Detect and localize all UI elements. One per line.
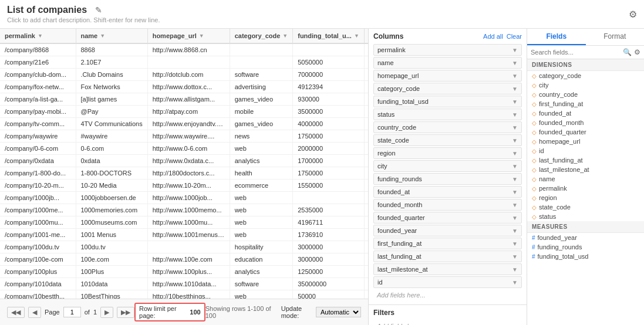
prev-page-button[interactable]: ◀: [28, 307, 41, 318]
last-page-button[interactable]: ▶▶: [117, 307, 134, 318]
page-input[interactable]: [63, 307, 81, 317]
column-item[interactable]: id▼: [373, 276, 522, 288]
column-item[interactable]: funding_rounds▼: [373, 173, 522, 185]
edit-icon[interactable]: ✎: [95, 5, 102, 15]
column-item[interactable]: founded_year▼: [373, 225, 522, 236]
dimension-item[interactable]: ◇founded_at: [527, 109, 644, 118]
next-page-button[interactable]: ▶: [100, 307, 113, 318]
table-cell: 1001 Menus: [76, 229, 147, 241]
table-cell: 8868: [76, 43, 147, 56]
table-header-row: permalink ▼ name ▼: [0, 29, 368, 43]
table-row: /company/100plus100Plushttp://www.100plu…: [0, 266, 368, 278]
dimension-item[interactable]: ◇homepage_url: [527, 137, 644, 146]
column-item[interactable]: country_code▼: [373, 121, 522, 133]
column-item[interactable]: founded_month▼: [373, 199, 522, 211]
col-homepage-url[interactable]: homepage_url ▼: [147, 29, 230, 43]
dimension-item[interactable]: ◇last_funding_at: [527, 155, 644, 165]
column-item[interactable]: last_milestone_at▼: [373, 263, 522, 275]
table-wrapper[interactable]: permalink ▼ name ▼: [0, 29, 368, 299]
column-item[interactable]: name▼: [373, 57, 522, 69]
dimension-icon: ◇: [532, 176, 537, 182]
dimension-item[interactable]: ◇region: [527, 193, 644, 202]
clear-link[interactable]: Clear: [507, 33, 522, 40]
col-status[interactable]: status ▼: [364, 29, 368, 43]
measure-label: funding_total_usd: [538, 253, 589, 260]
search-input[interactable]: [531, 49, 621, 56]
column-item[interactable]: first_funding_at▼: [373, 238, 522, 249]
dimension-item[interactable]: ◇name: [527, 174, 644, 184]
first-page-button[interactable]: ◀◀: [7, 307, 25, 318]
table-cell: http://www.10-20m...: [147, 180, 230, 192]
update-mode-select[interactable]: Automatic Manual: [316, 307, 361, 317]
column-item[interactable]: last_funding_at▼: [373, 250, 522, 262]
column-item[interactable]: funding_total_usd▼: [373, 96, 522, 107]
dimension-item[interactable]: ◇first_funding_at: [527, 99, 644, 109]
table-cell: http://www.dottox.c...: [147, 81, 230, 93]
table-cell: /company/0xdata: [0, 155, 76, 167]
tab-fields[interactable]: Fields: [527, 29, 586, 45]
column-items-container: permalink▼name▼homepage_url▼category_cod…: [373, 44, 522, 288]
fields-panel: Fields Format 🔍 ⚙ Dimensions ◇category_c…: [527, 29, 644, 325]
dimension-item[interactable]: ◇founded_quarter: [527, 127, 644, 137]
dimension-item[interactable]: ◇last_milestone_at: [527, 165, 644, 174]
column-item[interactable]: city▼: [373, 160, 522, 172]
dimension-item[interactable]: ◇city: [527, 80, 644, 90]
column-item[interactable]: region▼: [373, 147, 522, 159]
table-cell: /company/1010data: [0, 278, 76, 290]
table-cell: 2535000: [293, 204, 365, 216]
table-cell: 1010data: [76, 278, 147, 290]
table-cell: web: [230, 290, 293, 299]
dimension-label: id: [539, 147, 544, 154]
table-row: /company/100du.tv100du.tvhospitality3000…: [0, 241, 368, 253]
col-category-code[interactable]: category_code ▼: [230, 29, 293, 43]
dimension-label: category_code: [539, 72, 581, 79]
gear-icon[interactable]: ⚙: [629, 9, 637, 20]
table-cell: 4000000: [293, 118, 365, 130]
table-row: /company/10-20-m...10-20 Mediahttp://www…: [0, 180, 368, 192]
column-item[interactable]: status▼: [373, 109, 522, 120]
column-item[interactable]: homepage_url▼: [373, 70, 522, 82]
measure-item[interactable]: #founded_year: [527, 233, 644, 242]
column-item[interactable]: founded_at▼: [373, 186, 522, 198]
data-table: permalink ▼ name ▼: [0, 29, 368, 299]
table-cell: 1750000: [293, 130, 365, 143]
sort-icon-category: ▼: [282, 33, 288, 39]
column-arrow-icon: ▼: [512, 202, 518, 208]
col-name[interactable]: name ▼: [76, 29, 147, 43]
dimension-item[interactable]: ◇id: [527, 146, 644, 155]
dimension-icon: ◇: [532, 185, 537, 192]
table-cell: analytics: [230, 155, 293, 167]
dimension-item[interactable]: ◇permalink: [527, 184, 644, 193]
table-cell: http://www.8868.cn: [147, 43, 230, 56]
column-item[interactable]: category_code▼: [373, 83, 522, 94]
fields-options-icon[interactable]: ⚙: [634, 48, 640, 56]
col-permalink[interactable]: permalink ▼: [0, 29, 76, 43]
col-funding-total[interactable]: funding_total_u... ▼: [293, 29, 365, 43]
columns-header: Columns Add all Clear: [373, 32, 522, 40]
table-cell: operating: [364, 43, 368, 56]
tab-format[interactable]: Format: [586, 29, 645, 45]
dimension-item[interactable]: ◇status: [527, 212, 644, 221]
table-cell: /company/waywire: [0, 130, 76, 143]
dimension-item[interactable]: ◇country_code: [527, 90, 644, 99]
footer: ◀◀ ◀ Page of 1 ▶ ▶▶ Row limit per page: …: [0, 299, 368, 325]
main-content: permalink ▼ name ▼: [0, 29, 644, 325]
column-item-name: founded_quarter: [377, 214, 512, 221]
table-cell: closed: [364, 81, 368, 93]
table-cell: http://www.1010data...: [147, 278, 230, 290]
add-all-link[interactable]: Add all: [483, 33, 503, 40]
table-cell: operating: [364, 143, 368, 155]
footer-right: Showing rows 1-100 of 100 Update mode: A…: [205, 305, 361, 319]
dimension-item[interactable]: ◇state_code: [527, 202, 644, 212]
column-item[interactable]: permalink▼: [373, 44, 522, 56]
column-item-name: founded_year: [377, 227, 512, 234]
dimension-item[interactable]: ◇category_code: [527, 71, 644, 80]
table-cell: web: [230, 143, 293, 155]
measure-item[interactable]: #funding_total_usd: [527, 252, 644, 261]
column-item[interactable]: state_code▼: [373, 134, 522, 146]
table-cell: http://www.enjoyandtv.com: [147, 118, 230, 130]
column-item[interactable]: founded_quarter▼: [373, 212, 522, 224]
dimension-icon: ◇: [532, 195, 537, 201]
measure-item[interactable]: #funding_rounds: [527, 242, 644, 252]
dimension-item[interactable]: ◇founded_month: [527, 118, 644, 127]
